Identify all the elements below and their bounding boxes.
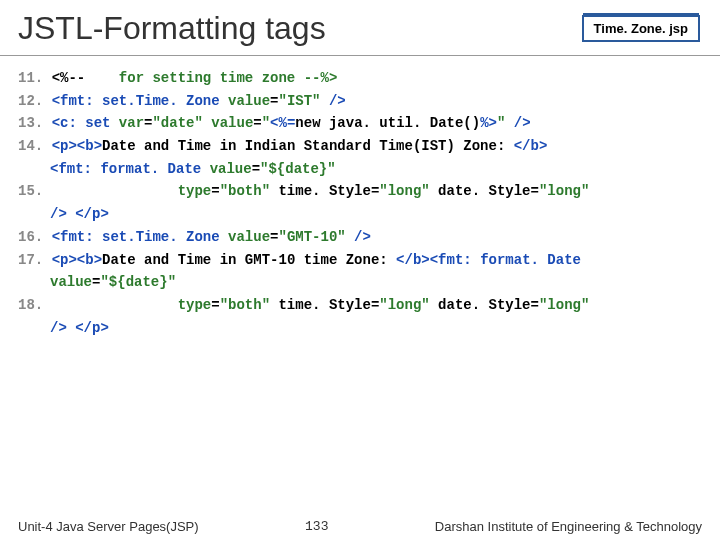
t: time. Style [278,297,370,313]
t: <p><b> [52,252,102,268]
t: <%-- [52,70,86,86]
t: /> </p> [50,206,109,222]
t: = [531,183,539,199]
t: "date" [152,115,211,131]
filename-badge: Time. Zone. jsp [582,15,700,42]
t: "GMT-10" [278,229,354,245]
t: time. Style [278,183,370,199]
footer-right: Darshan Institute of Engineering & Techn… [435,519,702,534]
t: "long" [379,183,438,199]
t: Date and Time in GMT-10 time Zone: [102,252,396,268]
lineno: 15. [18,183,43,199]
t: <%= [270,115,295,131]
t: <fmt: set.Time. Zone [52,229,228,245]
t: /> [329,93,346,109]
t: for setting time zone --%> [119,70,337,86]
t: " [262,115,270,131]
code-line-11: 11. <%-- for setting time zone --%> [18,68,702,90]
code-line-16: 16. <fmt: set.Time. Zone value="GMT-10" … [18,227,702,249]
t: "long" [539,183,589,199]
t: value [228,229,270,245]
t: type [178,297,212,313]
t: /> [514,115,531,131]
code-line-13: 13. <c: set var="date" value="<%=new jav… [18,113,702,135]
t: <p><b> [52,138,102,154]
t: = [531,297,539,313]
code-line-15b: /> </p> [18,204,702,226]
t: value [211,115,253,131]
t: </b> [396,252,430,268]
code-block: 11. <%-- for setting time zone --%> 12. … [0,56,720,339]
code-line-18b: /> </p> [18,318,702,340]
t: = [253,115,261,131]
t: "long" [379,297,438,313]
t: value [210,161,252,177]
t: <fmt: format. Date [50,161,210,177]
t: value [228,93,270,109]
code-line-14b: <fmt: format. Date value="${date}" [18,159,702,181]
lineno: 16. [18,229,43,245]
t: "long" [539,297,589,313]
t: type [178,183,212,199]
lineno: 14. [18,138,43,154]
t: /> [354,229,371,245]
lineno: 17. [18,252,43,268]
slide-header: JSTL-Formatting tags Time. Zone. jsp [0,0,720,56]
slide-footer: Unit-4 Java Server Pages(JSP) 133 Darsha… [0,519,720,534]
t: Date and Time in Indian Standard Time(IS… [102,138,514,154]
t: new java. util. Date() [295,115,480,131]
t: <fmt: set.Time. Zone [52,93,228,109]
t: value [50,274,92,290]
code-line-18: 18. type="both" time. Style="long" date.… [18,295,702,317]
t: "both" [220,297,279,313]
t: %> [480,115,497,131]
code-line-12: 12. <fmt: set.Time. Zone value="IST" /> [18,91,702,113]
t: var [119,115,144,131]
code-line-17b: value="${date}" [18,272,702,294]
t: <c: set [52,115,119,131]
lineno: 12. [18,93,43,109]
code-line-14: 14. <p><b>Date and Time in Indian Standa… [18,136,702,158]
page-number: 133 [305,519,328,534]
t: = [211,183,219,199]
t: <fmt: format. Date [430,252,581,268]
t: "both" [220,183,279,199]
t: "${date}" [260,161,336,177]
t: </b> [514,138,548,154]
t: = [211,297,219,313]
lineno: 18. [18,297,43,313]
t: "${date}" [100,274,176,290]
footer-left: Unit-4 Java Server Pages(JSP) [18,519,199,534]
lineno: 13. [18,115,43,131]
t: /> </p> [50,320,109,336]
lineno: 11. [18,70,43,86]
code-line-15: 15. type="both" time. Style="long" date.… [18,181,702,203]
t: "IST" [278,93,328,109]
t: = [252,161,260,177]
t: " [497,115,514,131]
slide-title: JSTL-Formatting tags [18,10,326,47]
code-line-17: 17. <p><b>Date and Time in GMT-10 time Z… [18,250,702,272]
t: date. Style [438,183,530,199]
t: date. Style [438,297,530,313]
